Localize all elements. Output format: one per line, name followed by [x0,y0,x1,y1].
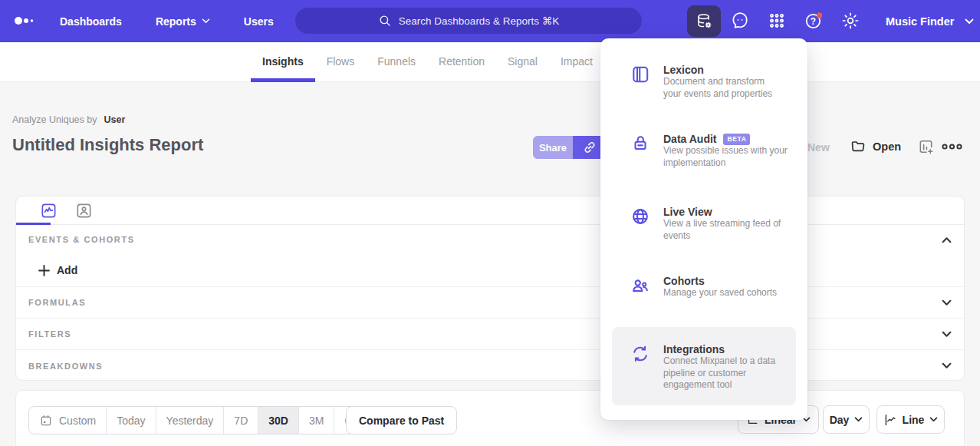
project-switcher[interactable]: Music Finder [886,0,974,42]
breadcrumb: Analyze Uniques by User [12,114,125,125]
svg-text:?: ? [811,16,816,27]
search-icon [378,14,392,28]
section-events-cohorts[interactable]: EVENTS & COHORTS [16,225,964,254]
calendar-icon [39,414,53,428]
more-dots-icon [942,142,962,151]
menu-item-cohorts[interactable]: Cohorts Manage your saved cohorts [600,275,807,299]
global-search-input[interactable]: Search Dashboards & Reports ⌘K [295,8,642,34]
chevron-up-icon[interactable] [942,236,952,243]
chevron-down-icon [942,362,952,369]
settings-button[interactable] [840,11,860,31]
menu-item-lexicon[interactable]: Lexicon Document and transform your even… [600,64,807,100]
line-chart-icon [883,413,897,427]
person-tab-icon [75,202,93,220]
menu-item-title: Data Audit BETA [663,133,800,145]
menu-item-title: Integrations [663,343,796,355]
tab-insights[interactable]: Insights [251,42,315,82]
integrations-sync-icon [630,344,650,364]
metrics-chart-tab[interactable] [40,202,58,220]
nav-reports-label: Reports [156,15,196,28]
folder-icon [850,138,867,155]
menu-item-title: Live View [663,206,800,218]
profiles-tab[interactable] [75,202,93,220]
menu-item-title: Cohorts [663,275,800,287]
range-3m[interactable]: 3M [298,407,334,434]
primary-nav: Dashboards Reports Users [60,0,274,42]
apps-grid-button[interactable] [767,11,787,31]
page-title[interactable]: Untitled Insights Report [12,135,203,155]
range-7d[interactable]: 7D [223,407,258,434]
data-management-menu: Lexicon Document and transform your even… [600,38,807,420]
open-report-button[interactable]: Open [850,138,901,155]
link-icon [582,140,597,155]
builder-active-tab-underline [16,223,51,225]
mixpanel-app: Dashboards Reports Users Search Dashboar… [0,0,980,446]
menu-item-data-audit[interactable]: Data Audit BETA View possible issues wit… [600,133,807,169]
notification-dot [817,12,822,18]
section-label: EVENTS & COHORTS [28,235,135,244]
chevron-down-icon [202,18,210,24]
section-breakdowns[interactable]: BREAKDOWNS [16,350,964,382]
section-formulas[interactable]: FORMULAS [16,287,964,319]
nav-reports[interactable]: Reports [156,15,210,28]
settings-icon [840,11,860,31]
apps-grid-icon [767,11,787,31]
compare-to-past-button[interactable]: Compare to Past [346,406,457,434]
data-audit-icon [630,134,650,154]
range-yesterday[interactable]: Yesterday [156,407,224,434]
menu-item-integrations[interactable]: Integrations Connect Mixpanel to a data … [612,343,796,391]
add-to-board-button[interactable] [917,138,935,156]
help-button[interactable]: ? [804,11,824,31]
analyze-entity-selector[interactable]: User [104,114,125,125]
builder-view-tabs [16,197,964,225]
chevron-down-icon [854,417,863,422]
top-navigation-bar: Dashboards Reports Users Search Dashboar… [0,0,980,42]
plus-icon [38,265,50,276]
chart-tab-icon [40,202,58,220]
search-placeholder: Search Dashboards & Reports ⌘K [399,15,559,27]
add-chart-icon [917,138,935,156]
range-today[interactable]: Today [106,407,155,434]
report-tab-bar: Insights Flows Funnels Retention Signal … [0,42,980,82]
analyze-prefix: Analyze Uniques by [12,114,97,125]
menu-item-live-view[interactable]: Live View View a live streaming feed of … [600,206,807,242]
tab-impact[interactable]: Impact [549,42,604,82]
chevron-down-icon [942,299,952,306]
mixpanel-logo-icon[interactable] [14,15,37,26]
nav-users[interactable]: Users [244,15,274,28]
tab-flows[interactable]: Flows [315,42,367,82]
chevron-down-icon [942,331,952,338]
share-button[interactable]: Share [533,136,573,159]
beta-badge: BETA [723,134,750,145]
data-management-button[interactable] [687,5,721,37]
tab-insights-label: Insights [262,55,304,68]
menu-item-title: Lexicon [663,64,800,76]
tab-signal[interactable]: Signal [496,42,549,82]
tab-retention[interactable]: Retention [427,42,496,82]
range-custom[interactable]: Custom [29,407,106,434]
query-builder-panel: EVENTS & COHORTS Add FORMULAS FILTERS BR… [15,196,965,381]
menu-item-highlight: Integrations Connect Mixpanel to a data … [612,327,796,405]
live-view-globe-icon [630,206,650,226]
share-button-group: Share [533,136,606,159]
nav-dashboards-label: Dashboards [60,15,122,28]
chart-type-dropdown[interactable]: Line [876,405,945,434]
lexicon-icon [630,64,650,84]
nav-users-label: Users [244,15,274,28]
add-event-button[interactable]: Add [16,254,964,287]
active-tab-underline [251,78,315,82]
feedback-icon [730,11,750,31]
chevron-down-icon [929,417,938,422]
feedback-button[interactable] [730,11,750,31]
interval-dropdown[interactable]: Day [823,405,870,434]
more-options-button[interactable] [942,142,962,151]
nav-dashboards[interactable]: Dashboards [60,15,122,28]
new-report-button[interactable]: New [807,141,830,154]
cohorts-people-icon [630,276,650,296]
tab-funnels[interactable]: Funnels [366,42,427,82]
chevron-down-icon [965,18,974,25]
range-30d-selected[interactable]: 30D [258,407,298,434]
section-filters[interactable]: FILTERS [16,319,964,350]
project-name: Music Finder [886,15,954,28]
data-management-icon [696,12,713,30]
